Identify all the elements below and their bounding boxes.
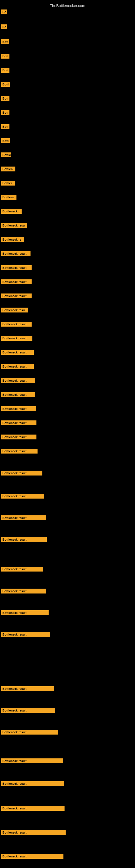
bottleneck-item: Bottleneck result xyxy=(1,781,64,787)
bottleneck-item: Bottleneck result xyxy=(1,392,35,398)
bottleneck-label: Bott xyxy=(1,54,9,59)
bottleneck-label: Bottleneck r xyxy=(1,209,21,214)
bottleneck-item: Bottleneck result xyxy=(1,730,58,736)
bottleneck-label: Bottleneck result xyxy=(1,279,32,284)
bottleneck-item: Bottleneck result xyxy=(1,336,32,342)
bottleneck-item: Bottleneck result xyxy=(1,589,46,595)
bottleneck-label: Bottleneck result xyxy=(1,364,34,369)
bottleneck-label: Bottleneck resu xyxy=(1,308,28,312)
bottleneck-label: Bottleneck result xyxy=(1,632,50,637)
bottleneck-item: Bottleneck result xyxy=(1,758,63,764)
bottleneck-label: Bottleneck result xyxy=(1,589,46,593)
bottleneck-item: Bottleneck result xyxy=(1,378,35,384)
bottleneck-label: Bott xyxy=(1,110,9,115)
bottleneck-label: Bo xyxy=(1,24,7,29)
bottleneck-label: Bott xyxy=(1,124,9,129)
bottleneck-item: Bottleneck result xyxy=(1,708,55,714)
bottleneck-item: Bottleneck result xyxy=(1,435,37,440)
bottleneck-label: Bott xyxy=(1,96,9,101)
bottleneck-item: Bottleneck result xyxy=(1,406,36,412)
bottleneck-item: Bottler xyxy=(1,181,15,187)
bottleneck-label: Bottleneck result xyxy=(1,758,63,763)
bottleneck-label: Bottleneck result xyxy=(1,251,31,256)
bottleneck-item: Bottleneck result xyxy=(1,251,31,257)
bottleneck-item: Bo xyxy=(1,24,7,30)
bottleneck-label: Bottleneck result xyxy=(1,350,34,355)
bottleneck-label: Bottle xyxy=(1,152,11,157)
bottleneck-item: Bottleneck result xyxy=(1,471,42,476)
bottleneck-label: Bottleneck result xyxy=(1,322,32,327)
bottleneck-label: Bottleneck result xyxy=(1,336,32,341)
bottleneck-label: Bottleneck result xyxy=(1,781,64,786)
bottleneck-item: Bottleneck result xyxy=(1,632,50,638)
bottleneck-item: Bottleneck result xyxy=(1,567,43,572)
bottleneck-label: Bottleneck result xyxy=(1,406,36,411)
bottleneck-item: Bottleneck result xyxy=(1,421,37,426)
bottleneck-label: Bottleneck result xyxy=(1,708,55,713)
bottleneck-label: Bottleneck resu xyxy=(1,223,27,228)
bottleneck-item: Bottleneck result xyxy=(1,686,54,692)
bottleneck-item: Bott xyxy=(1,68,9,74)
bottleneck-label: Bottleneck result xyxy=(1,448,38,454)
bottleneck-item: Bottleneck result xyxy=(1,537,47,543)
bottleneck-label: Bottleneck result xyxy=(1,730,58,735)
bottleneck-label: Bottleneck result xyxy=(1,830,65,835)
bottleneck-label: Bottl xyxy=(1,138,10,143)
bottleneck-label: Bottleneck result xyxy=(1,471,42,475)
bottleneck-label: Bott xyxy=(1,39,9,44)
bottleneck-label: Bottleneck result xyxy=(1,378,35,383)
bottleneck-label: Bottleneck result xyxy=(1,806,64,811)
bottleneck-item: Bottleneck r xyxy=(1,209,21,215)
bottleneck-item: Bottleneck result xyxy=(1,806,64,812)
bottleneck-item: Bottle xyxy=(1,152,11,158)
bottleneck-item: Bott xyxy=(1,54,9,60)
bottleneck-label: Bottleneck result xyxy=(1,516,46,520)
bottleneck-label: Bottleneck result xyxy=(1,537,47,542)
bottleneck-item: Bo xyxy=(1,9,7,16)
bottleneck-label: Bottleneck result xyxy=(1,392,35,397)
bottleneck-label: Bottl xyxy=(1,82,10,87)
bottleneck-item: Bott xyxy=(1,110,9,116)
bottleneck-item: Bottleneck result xyxy=(1,830,65,836)
bottleneck-label: Bott xyxy=(1,68,9,73)
bottleneck-label: Bottler xyxy=(1,181,15,186)
bottleneck-item: Bottl xyxy=(1,82,10,88)
bottleneck-item: Bottleneck result xyxy=(1,364,34,370)
bottleneck-item: Bottleneck result xyxy=(1,494,44,500)
bottleneck-item: Bott xyxy=(1,124,9,130)
bottleneck-item: Bottleneck resu xyxy=(1,308,28,314)
bottleneck-label: Bottleneck result xyxy=(1,265,32,270)
bottleneck-item: Bott xyxy=(1,96,9,102)
bottleneck-item: Bottleneck result xyxy=(1,854,63,860)
bottleneck-label: Bottlen xyxy=(1,166,15,172)
bottleneck-item: Bottleneck result xyxy=(1,516,46,521)
bottleneck-item: Bottleneck result xyxy=(1,279,32,285)
bottleneck-item: Bottlene xyxy=(1,195,16,201)
bottleneck-label: Bottleneck result xyxy=(1,686,54,691)
bottleneck-label: Bottleneck result xyxy=(1,435,37,439)
bottleneck-label: Bottlene xyxy=(1,195,16,199)
bottleneck-item: Bottleneck result xyxy=(1,350,34,356)
bottleneck-label: Bo xyxy=(1,9,7,14)
bottleneck-item: Bottleneck result xyxy=(1,293,32,300)
bottleneck-item: Bott xyxy=(1,39,9,45)
bottleneck-label: Bottleneck result xyxy=(1,610,49,615)
bottleneck-label: Bottleneck result xyxy=(1,854,63,859)
bottleneck-label: Bottleneck result xyxy=(1,494,44,499)
bottleneck-item: Bottleneck result xyxy=(1,448,38,455)
bottleneck-label: Bottleneck result xyxy=(1,567,43,571)
bottleneck-item: Bottlen xyxy=(1,166,15,173)
items-container: BoBoBottBottBottBottlBottBottBottBottlBo… xyxy=(0,8,135,13)
bottleneck-item: Bottleneck result xyxy=(1,322,32,328)
bottleneck-label: Bottleneck re xyxy=(1,237,24,242)
bottleneck-item: Bottleneck resu xyxy=(1,223,27,229)
bottleneck-item: Bottl xyxy=(1,138,10,144)
bottleneck-label: Bottleneck result xyxy=(1,421,37,425)
bottleneck-label: Bottleneck result xyxy=(1,293,32,299)
bottleneck-item: Bottleneck result xyxy=(1,610,49,616)
bottleneck-item: Bottleneck result xyxy=(1,265,32,271)
bottleneck-item: Bottleneck re xyxy=(1,237,24,243)
